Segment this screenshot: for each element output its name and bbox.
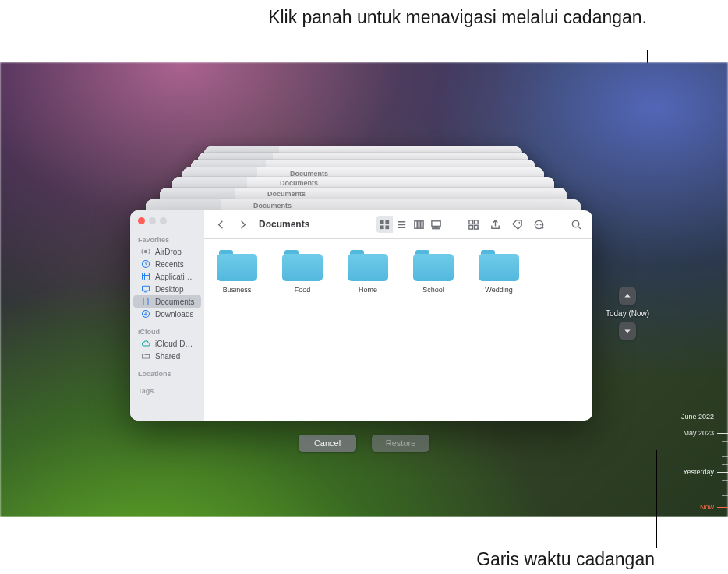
timeline-label-now: Now [700,503,714,511]
svg-point-22 [536,224,538,225]
sidebar-item-documents[interactable]: Documents [133,295,201,308]
folder-icon [479,250,519,281]
sidebar-item-label: Desktop [155,285,184,294]
sidebar-item-iclouddrive[interactable]: iCloud Drive [133,337,201,350]
timeline-label: June 2022 [681,413,714,421]
finder-sidebar: Favorites AirDrop Recents Applications D… [130,210,204,421]
desktop-icon [141,284,150,294]
action-menu-button[interactable] [530,216,547,233]
restore-button[interactable]: Restore [372,435,429,452]
cancel-button[interactable]: Cancel [299,435,356,452]
svg-rect-2 [143,273,150,280]
nav-older-button[interactable] [619,287,636,305]
document-icon [141,297,150,306]
svg-rect-10 [417,220,419,227]
sidebar-item-applications[interactable]: Applications [133,270,201,283]
svg-point-24 [540,224,542,225]
finder-window: Favorites AirDrop Recents Applications D… [130,210,592,421]
ghost-title: Documents [267,190,306,198]
svg-rect-3 [143,286,150,291]
window-traffic-lights[interactable] [130,210,204,228]
timeline-label: Yesterday [683,468,714,476]
svg-rect-15 [437,227,439,228]
folder-label: Food [295,286,311,294]
annotation-nav-arrows: Klik panah untuk menavigasi melalui cada… [226,6,647,28]
sidebar-item-recents[interactable]: Recents [133,258,201,270]
close-icon[interactable] [138,217,145,224]
svg-rect-12 [431,220,440,226]
svg-rect-6 [385,220,389,224]
svg-point-0 [144,250,148,254]
view-mode-segment[interactable] [376,216,444,233]
tag-button[interactable] [508,216,525,233]
folder-icon [348,250,388,281]
bottom-action-bar: Cancel Restore [0,435,728,452]
folder-label: Home [359,286,377,294]
column-view-button[interactable] [410,216,427,233]
gallery-view-button[interactable] [427,216,444,233]
sidebar-item-airdrop[interactable]: AirDrop [133,245,201,258]
group-button[interactable] [465,216,482,233]
ghost-title: Documents [253,202,292,210]
back-button[interactable] [212,216,229,233]
folder-icon [282,250,323,281]
finder-main: Documents Business [204,210,592,421]
svg-rect-11 [420,220,422,227]
sidebar-item-label: Shared [155,352,180,361]
sidebar-item-label: Applications [155,273,195,281]
search-button[interactable] [567,216,585,233]
annotation-timeline: Garis waktu cadangan [390,548,655,570]
sidebar-group-locations: Locations [130,362,204,379]
svg-point-23 [538,224,539,225]
svg-rect-13 [432,227,433,228]
folder-icon [413,250,454,281]
shared-folder-icon [141,351,150,361]
share-button[interactable] [486,216,504,233]
zoom-icon [160,217,167,224]
finder-content: Business Food Home School Wedding [204,239,592,421]
sidebar-item-label: iCloud Drive [155,340,195,348]
chevron-up-icon [623,291,632,301]
list-view-button[interactable] [393,216,410,233]
folder-item[interactable]: School [410,250,457,294]
folder-item[interactable]: Home [345,250,391,294]
svg-rect-17 [474,220,478,224]
sidebar-group-icloud: iCloud [130,320,204,337]
leader-line-timeline [656,450,657,548]
svg-rect-9 [414,220,416,227]
svg-rect-5 [380,220,383,224]
forward-button[interactable] [234,216,251,233]
sidebar-item-shared[interactable]: Shared [133,350,201,362]
backup-time-status: Today (Now) [606,309,649,318]
sidebar-item-label: Downloads [155,310,193,319]
sidebar-item-desktop[interactable]: Desktop [133,283,201,295]
downloads-icon [141,309,150,319]
cloud-icon [141,339,150,348]
sidebar-item-label: Recents [155,260,184,269]
sidebar-group-tags: Tags [130,379,204,396]
sidebar-item-downloads[interactable]: Downloads [133,308,201,320]
chevron-down-icon [623,326,632,336]
clock-icon [141,259,150,269]
svg-rect-18 [468,225,472,229]
icon-view-button[interactable] [376,216,393,233]
sidebar-item-label: AirDrop [155,248,182,256]
minimize-icon [149,217,156,224]
sidebar-group-favorites: Favorites [130,228,204,245]
svg-rect-14 [435,227,436,228]
nav-newer-button[interactable] [619,322,636,340]
folder-icon [217,250,257,281]
folder-label: Wedding [485,286,512,294]
svg-point-20 [518,221,520,223]
svg-point-25 [572,220,578,227]
ghost-title: Documents [280,179,318,187]
folder-item[interactable]: Business [214,250,260,294]
folder-item[interactable]: Food [279,250,326,294]
backup-nav-controls: Today (Now) [606,287,649,340]
time-machine-desktop: June 2022 May 2023 Yesterday Now Documen… [0,62,728,517]
svg-rect-8 [385,225,389,229]
window-title: Documents [259,219,309,230]
applications-icon [141,272,150,281]
finder-toolbar: Documents [204,210,592,239]
folder-item[interactable]: Wedding [475,250,522,294]
